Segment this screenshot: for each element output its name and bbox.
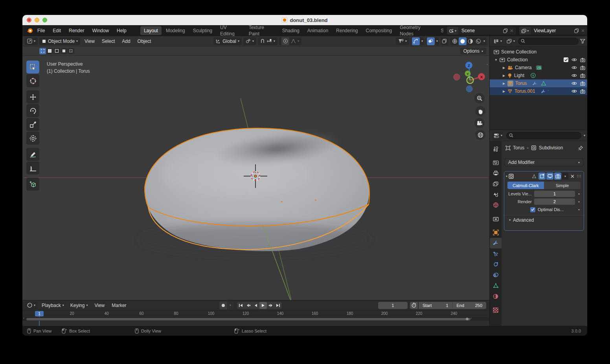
animate-dot-icon[interactable]: • bbox=[577, 208, 581, 212]
object-visibility-selector[interactable]: ▾ bbox=[396, 37, 409, 45]
outliner-row-torus[interactable]: ▶ Torus bbox=[490, 79, 587, 87]
tool-measure[interactable] bbox=[26, 162, 39, 175]
workspace-tab-compositing[interactable]: Compositing bbox=[362, 26, 395, 35]
shading-material-icon[interactable] bbox=[467, 37, 474, 45]
proportional-edit-icon[interactable] bbox=[281, 37, 289, 45]
tab-render[interactable] bbox=[490, 157, 502, 168]
render-visibility-icon[interactable] bbox=[580, 66, 585, 70]
view-layer-selector[interactable]: ▾ ViewLayer bbox=[519, 27, 587, 35]
timeline-view-menu[interactable]: View bbox=[91, 303, 108, 308]
scene-name[interactable]: Scene bbox=[458, 28, 482, 33]
tab-object-data[interactable] bbox=[490, 280, 502, 291]
catmull-clark-button[interactable]: Catmull-Clark bbox=[507, 182, 544, 189]
modifier-realtime-toggle[interactable] bbox=[546, 173, 553, 180]
new-scene-icon[interactable] bbox=[503, 28, 508, 33]
expand-arrow-icon[interactable]: ▶ bbox=[502, 82, 505, 85]
properties-editor-selector[interactable]: ▾ bbox=[492, 132, 504, 140]
render-visibility-icon[interactable] bbox=[580, 74, 585, 78]
modifier-editmode-toggle[interactable] bbox=[538, 173, 546, 180]
magnet-icon[interactable] bbox=[260, 39, 265, 44]
camera-view-button[interactable] bbox=[474, 118, 485, 128]
editor-type-selector[interactable]: ▾ bbox=[25, 37, 38, 45]
tab-view-layer[interactable] bbox=[490, 178, 502, 189]
playhead-badge[interactable]: 1 bbox=[35, 311, 44, 316]
viewport-canvas[interactable]: User Perspective (1) Collection | Torus bbox=[22, 56, 489, 320]
menu-window[interactable]: Window bbox=[88, 25, 113, 36]
outliner-row-scene-collection[interactable]: Scene Collection bbox=[490, 48, 587, 56]
optimal-display-checkbox[interactable] bbox=[530, 207, 535, 212]
workspace-tab-rendering[interactable]: Rendering bbox=[333, 26, 361, 35]
advanced-section-toggle[interactable]: ▾ Advanced bbox=[504, 215, 584, 224]
outliner-row-collection[interactable]: ▼ Collection bbox=[490, 56, 587, 64]
tab-world[interactable] bbox=[490, 200, 502, 210]
menu-help[interactable]: Help bbox=[113, 25, 130, 36]
camera-data-icon[interactable] bbox=[535, 65, 542, 70]
view-layer-icon[interactable]: ▾ bbox=[519, 27, 531, 35]
scene-icon[interactable]: ▾ bbox=[447, 27, 458, 35]
drag-handle-icon[interactable] bbox=[577, 175, 582, 178]
gizmo-x-neg-axis[interactable] bbox=[454, 74, 460, 80]
sidebar-collapse-arrow[interactable]: ‹ bbox=[487, 63, 488, 66]
modifier-wrench-icon[interactable] bbox=[532, 81, 537, 86]
mode-selector[interactable]: Object Mode ▾ bbox=[39, 37, 80, 45]
levels-viewport-field[interactable]: 1 bbox=[534, 191, 575, 197]
tab-physics[interactable] bbox=[490, 259, 502, 270]
hide-eye-icon[interactable] bbox=[571, 66, 577, 70]
gizmos-toggle[interactable]: ▾ bbox=[411, 37, 424, 45]
overlays-toggle[interactable]: ▾ bbox=[426, 37, 439, 45]
properties-search-input[interactable] bbox=[506, 132, 581, 139]
modifier-extras-dropdown[interactable]: ▾ bbox=[562, 173, 568, 180]
hide-eye-icon[interactable] bbox=[571, 58, 577, 62]
shading-solid-icon[interactable] bbox=[459, 37, 467, 45]
viewport-menu-add[interactable]: Add bbox=[118, 39, 134, 44]
scrollbar-end-dot[interactable] bbox=[466, 318, 469, 320]
minimize-window-button[interactable] bbox=[35, 18, 39, 22]
shading-wireframe-icon[interactable] bbox=[451, 37, 459, 45]
tab-constraints[interactable] bbox=[490, 270, 502, 280]
start-frame-field[interactable]: Start1 bbox=[419, 303, 452, 308]
zoom-window-button[interactable] bbox=[42, 18, 47, 22]
tool-select-box[interactable] bbox=[26, 61, 39, 74]
keying-menu[interactable]: Keying▾ bbox=[68, 301, 90, 309]
next-keyframe-button[interactable] bbox=[267, 302, 274, 309]
outliner-row-torus-001[interactable]: ▶ Torus.001 ' bbox=[490, 87, 587, 95]
jump-to-end-button[interactable] bbox=[274, 302, 282, 309]
timeline-marker-menu[interactable]: Marker bbox=[108, 303, 130, 308]
render-levels-field[interactable]: 2 bbox=[534, 199, 575, 205]
simple-button[interactable]: Simple bbox=[544, 182, 581, 189]
animate-dot-icon[interactable]: • bbox=[577, 192, 581, 196]
workspace-tab-modeling[interactable]: Modeling bbox=[162, 26, 189, 35]
expand-arrow-icon[interactable]: ▼ bbox=[494, 58, 498, 62]
timeline-editor-selector[interactable]: ▾ bbox=[25, 301, 38, 309]
pin-icon[interactable] bbox=[578, 145, 583, 151]
mesh-data-icon[interactable] bbox=[541, 81, 546, 86]
light-data-icon[interactable] bbox=[530, 73, 536, 79]
object-breadcrumb-icon[interactable] bbox=[505, 145, 511, 151]
menu-render[interactable]: Render bbox=[65, 25, 88, 36]
use-preview-range-button[interactable] bbox=[410, 302, 418, 309]
pan-view-button[interactable] bbox=[475, 106, 485, 116]
hide-eye-icon[interactable] bbox=[571, 81, 577, 85]
expand-arrow-icon[interactable]: ▶ bbox=[502, 74, 505, 77]
viewport-menu-select[interactable]: Select bbox=[98, 39, 118, 44]
transform-orientation-selector[interactable]: Global ▾ bbox=[213, 37, 242, 45]
viewport-menu-object[interactable]: Object bbox=[134, 39, 155, 44]
tab-modifiers[interactable] bbox=[490, 238, 502, 248]
proportional-edit-controls[interactable]: ▾ bbox=[279, 37, 301, 45]
menu-file[interactable]: File bbox=[33, 25, 49, 36]
filter-icon[interactable] bbox=[580, 39, 585, 44]
tool-scale[interactable] bbox=[26, 118, 39, 131]
tool-move[interactable] bbox=[26, 90, 39, 103]
gizmo-z-neg-axis[interactable] bbox=[466, 86, 472, 92]
workspace-tab-scripting[interactable]: Scripting bbox=[437, 26, 443, 35]
workspace-tab-shading[interactable]: Shading bbox=[279, 26, 303, 35]
options-dropdown[interactable]: Options▾ bbox=[460, 48, 486, 55]
outliner-row-camera[interactable]: ▶ Camera bbox=[490, 64, 587, 72]
playback-menu[interactable]: Playback▾ bbox=[39, 301, 66, 309]
auto-keying-record-button[interactable] bbox=[219, 301, 227, 309]
hide-eye-icon[interactable] bbox=[571, 89, 577, 93]
menu-edit[interactable]: Edit bbox=[49, 25, 65, 36]
snapping-controls[interactable]: ▾ bbox=[258, 37, 277, 45]
tool-annotate[interactable] bbox=[26, 148, 39, 161]
overlays-icon[interactable] bbox=[427, 37, 435, 45]
